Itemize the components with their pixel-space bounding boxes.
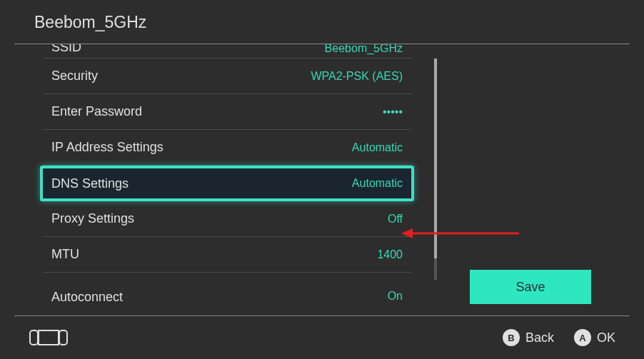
scrollbar-thumb[interactable] — [434, 59, 437, 258]
arrow-annotation-icon — [401, 226, 523, 241]
settings-list: SSID Beebom_5GHz Security WPA2-PSK (AES)… — [43, 44, 411, 308]
setting-row-proxy[interactable]: Proxy Settings Off — [43, 201, 411, 237]
setting-value-ssid: Beebom_5GHz — [325, 44, 403, 55]
setting-label-proxy: Proxy Settings — [51, 211, 134, 226]
setting-value-ip: Automatic — [352, 141, 403, 154]
svg-rect-4 — [39, 330, 59, 345]
back-label: Back — [525, 330, 554, 345]
header: Beebom_5GHz — [0, 0, 644, 44]
b-button-icon: B — [503, 329, 520, 346]
setting-value-mtu: 1400 — [377, 248, 403, 261]
setting-value-security: WPA2-PSK (AES) — [311, 70, 403, 83]
setting-label-mtu: MTU — [51, 247, 79, 262]
setting-label-autoconnect: Autoconnect — [51, 290, 123, 305]
content-area: SSID Beebom_5GHz Security WPA2-PSK (AES)… — [0, 44, 644, 315]
setting-row-autoconnect[interactable]: Autoconnect On — [43, 287, 411, 308]
setting-row-security[interactable]: Security WPA2-PSK (AES) — [43, 59, 411, 94]
setting-label-ip: IP Address Settings — [51, 140, 163, 155]
setting-row-ip[interactable]: IP Address Settings Automatic — [43, 130, 411, 166]
scrollbar-track[interactable] — [434, 59, 437, 280]
setting-row-mtu[interactable]: MTU 1400 — [43, 237, 411, 273]
footer-buttons: B Back A OK — [503, 329, 615, 346]
ok-label: OK — [597, 330, 615, 345]
setting-label-dns: DNS Settings — [51, 176, 129, 191]
setting-row-ssid[interactable]: SSID Beebom_5GHz — [43, 44, 411, 59]
page-title: Beebom_5GHz — [34, 13, 610, 32]
setting-value-dns: Automatic — [352, 177, 403, 190]
setting-value-autoconnect: On — [388, 290, 403, 303]
a-button-icon: A — [574, 329, 591, 346]
setting-label-ssid: SSID — [51, 44, 81, 55]
setting-row-password[interactable]: Enter Password ••••• — [43, 94, 411, 130]
setting-value-proxy: Off — [388, 213, 403, 226]
save-button[interactable]: Save — [470, 270, 591, 304]
footer: B Back A OK — [0, 316, 644, 359]
setting-label-security: Security — [51, 69, 98, 84]
back-button[interactable]: B Back — [503, 329, 554, 346]
setting-row-dns[interactable]: DNS Settings Automatic — [40, 166, 414, 201]
setting-value-password: ••••• — [383, 106, 403, 118]
ok-button[interactable]: A OK — [574, 329, 615, 346]
svg-rect-2 — [30, 330, 38, 345]
svg-rect-3 — [59, 330, 67, 345]
setting-label-password: Enter Password — [51, 104, 142, 119]
console-icon — [29, 328, 69, 348]
